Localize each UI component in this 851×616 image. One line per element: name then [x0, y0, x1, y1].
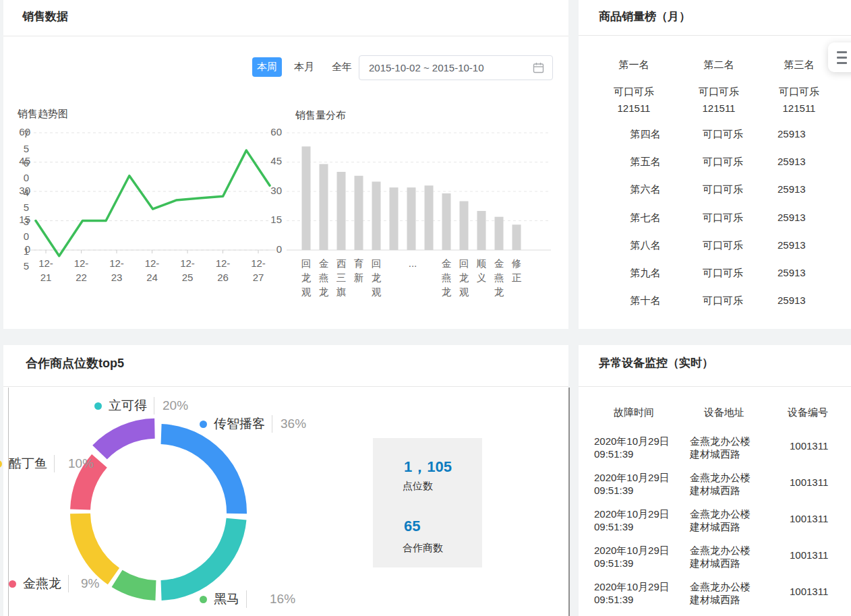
device-address: 金燕龙办公楼建材城西路 — [690, 544, 751, 569]
pie-segment-立可得 — [92, 419, 154, 460]
ranking-row: 第七名可口可乐25913 — [579, 212, 851, 225]
svg-text:12-26: 12-26 — [216, 257, 231, 283]
pie-label-金燕龙: 金燕龙9% — [9, 576, 99, 592]
label-separator — [54, 455, 55, 472]
legend-dot — [94, 402, 102, 410]
points-label: 点位数 — [403, 480, 433, 493]
partner-name: 酷丁鱼 — [9, 455, 47, 472]
rank-label: 第八名 — [630, 239, 661, 252]
pie-label-黑马: 黑马16% — [200, 591, 295, 607]
ranking-row: 第六名可口可乐25913 — [579, 183, 851, 197]
partners-panel: 合作商点位数top5 立可得20%传智播客36%酷丁鱼10%金燕龙9%黑马16%… — [3, 345, 568, 616]
ranking-row: 第九名可口可乐25913 — [579, 267, 851, 280]
device-panel-title: 异常设备监控（实时） — [599, 355, 713, 371]
rank-label: 第六名 — [630, 183, 661, 196]
partner-percent: 36% — [281, 417, 306, 431]
svg-text:修正: 修正 — [511, 258, 522, 283]
legend-dot — [200, 421, 207, 428]
svg-text:顺义: 顺义 — [477, 258, 487, 283]
stats-box: 1，105 点位数 65 合作商数 — [373, 438, 482, 567]
svg-text:12-22: 12-22 — [74, 257, 89, 283]
device-row: 2020年10月29日09:51:39金燕龙办公楼建材城西路1001311 — [579, 580, 851, 607]
svg-text:3: 3 — [24, 216, 29, 227]
partners-count: 65 — [404, 518, 420, 535]
product-name: 可口可乐 — [703, 128, 743, 141]
svg-text:15: 15 — [270, 214, 282, 225]
sales-value: 25913 — [777, 295, 806, 306]
svg-text:12-27: 12-27 — [251, 257, 266, 283]
rank-label: 第七名 — [630, 212, 661, 224]
rank-label: 第四名 — [630, 128, 661, 141]
rank-label: 第五名 — [630, 156, 661, 168]
ranking-row: 第五名可口可乐25913 — [579, 156, 851, 169]
svg-text:回龙观: 回龙观 — [372, 258, 382, 297]
product-name: 可口可乐 — [703, 183, 743, 196]
product-name: 可口可乐 — [703, 295, 743, 307]
partner-percent: 16% — [270, 592, 295, 607]
partner-percent: 9% — [81, 576, 99, 591]
points-count: 1，105 — [404, 457, 452, 477]
product-ranking-panel: 商品销量榜（月） 第一名可口可乐121511第二名可口可乐121511第三名可口… — [579, 0, 851, 329]
product-name: 可口可乐 — [703, 239, 743, 252]
sales-value: 121511 — [614, 102, 654, 115]
product-name: 可口可乐 — [614, 85, 654, 98]
fault-time: 2020年10月29日09:51:39 — [594, 471, 670, 497]
fault-time: 2020年10月29日09:51:39 — [594, 435, 670, 460]
svg-text:西三旗: 西三旗 — [336, 258, 347, 297]
product-name: 可口可乐 — [779, 85, 819, 98]
device-address: 金燕龙办公楼建材城西路 — [690, 471, 751, 497]
pie-label-传智播客: 传智播客36% — [200, 416, 306, 432]
device-row: 2020年10月29日09:51:39金燕龙办公楼建材城西路1001311 — [579, 544, 851, 571]
fault-time: 2020年10月29日09:51:39 — [594, 580, 670, 606]
sales-value: 25913 — [777, 156, 806, 167]
rank-label: 第一名 — [614, 58, 654, 71]
sales-value: 25913 — [777, 212, 806, 223]
legend-dot — [0, 460, 2, 468]
svg-text:6: 6 — [24, 157, 29, 168]
product-name: 可口可乐 — [703, 267, 743, 280]
svg-text:0: 0 — [276, 243, 282, 255]
ranking-row: 第四名可口可乐25913 — [579, 128, 851, 142]
partner-name: 金燕龙 — [23, 575, 61, 592]
device-monitor-panel: 异常设备监控（实时） 故障时间 设备地址 设备编号 2020年10月29日09:… — [579, 345, 851, 616]
product-name: 可口可乐 — [699, 85, 739, 98]
pie-segment-金燕龙 — [70, 514, 119, 585]
svg-text:12-23: 12-23 — [109, 257, 124, 283]
sales-charts-canvas: 606045453030151500756045301512-2112-2212… — [3, 0, 568, 329]
sales-value: 121511 — [779, 102, 819, 115]
device-id: 1001311 — [790, 476, 828, 489]
label-separator — [68, 575, 69, 592]
fault-time: 2020年10月29日09:51:39 — [594, 544, 670, 569]
device-row: 2020年10月29日09:51:39金燕龙办公楼建材城西路1001311 — [579, 507, 851, 534]
rank-label: 第九名 — [630, 267, 661, 280]
svg-text:7: 7 — [24, 128, 29, 140]
device-row: 2020年10月29日09:51:39金燕龙办公楼建材城西路1001311 — [579, 435, 851, 462]
partner-name: 传智播客 — [214, 415, 265, 433]
ranking-top3-col: 第一名可口可乐121511 — [614, 58, 654, 115]
ranking-row: 第八名可口可乐25913 — [579, 239, 851, 253]
sales-value: 25913 — [777, 267, 806, 278]
svg-text:金燕龙: 金燕龙 — [442, 258, 452, 297]
svg-text:0: 0 — [24, 230, 29, 242]
pie-segment-unlabeled — [112, 570, 156, 600]
svg-text:60: 60 — [270, 126, 282, 137]
pie-label-立可得: 立可得20% — [94, 398, 188, 414]
label-separator — [246, 590, 247, 608]
panel-header-divider — [579, 35, 851, 36]
legend-dot — [200, 596, 207, 603]
product-name: 可口可乐 — [703, 212, 743, 224]
svg-text:金燕龙: 金燕龙 — [319, 258, 329, 297]
partner-percent: 20% — [163, 398, 188, 413]
partner-percent: 10% — [68, 456, 94, 471]
menu-card[interactable] — [828, 42, 851, 72]
ranking-top3-col: 第三名可口可乐121511 — [779, 58, 819, 115]
pie-segment-传智播客 — [161, 424, 247, 514]
rank-label: 第十名 — [630, 295, 661, 307]
partners-label: 合作商数 — [403, 542, 443, 555]
ranking-panel-title: 商品销量榜（月） — [599, 9, 691, 24]
svg-text:金燕龙: 金燕龙 — [494, 258, 504, 297]
label-separator — [272, 415, 272, 433]
col-fault-time: 故障时间 — [614, 406, 654, 419]
rank-label: 第二名 — [699, 58, 739, 71]
partner-name: 立可得 — [109, 397, 147, 414]
